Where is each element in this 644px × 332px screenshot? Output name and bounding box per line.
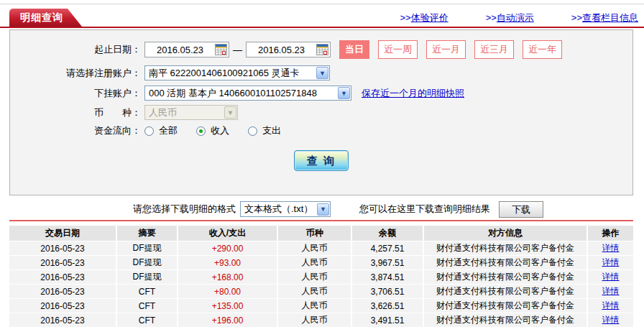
detail-link[interactable]: 详情 [602,300,620,312]
flow-option-label: 支出 [262,124,281,137]
chevron-down-icon: ▼ [224,106,236,119]
cell-amount: +290.00 [178,241,278,255]
date-range-row: 起止日期： 2016.05.23 — 2016.05.23 [10,40,632,59]
cell-summary: DF提现 [117,256,178,269]
flow-option-label: 收入 [211,124,229,137]
download-format-value: 文本格式（.txt） [244,203,314,216]
account-row: 请选择注册账户： 南平 6222001406100921065 灵通卡 ▼ [10,65,632,81]
cell-amount: +196.00 [178,313,278,327]
header-cell-summary: 摘要 [117,226,178,241]
currency-label: 币 种： [10,106,141,119]
start-date-input[interactable]: 2016.05.23 [144,42,229,57]
currency-select: 人民币 ▼ [144,105,238,120]
cell-action: 详情 [588,299,633,313]
quick-range-buttons: 当日近一周近一月近三月近一年 [331,40,562,59]
table-row: 2016-05-23CFT+135.00人民币3,626.51财付通支付科技有限… [9,299,633,313]
cell-balance: 3,491.51 [352,313,424,327]
table-row: 2016-05-23CFT+80.00人民币3,706.51财付通支付科技有限公… [9,285,633,299]
sub-account-label: 下挂账户： [10,87,141,100]
download-row: 请您选择下载明细的格式 文本格式（.txt） ▼ 您可以在这里下载查询明细结果 … [0,200,644,218]
table-header-row: 交易日期摘要收入/支出币种余额对方信息操作 [9,226,633,241]
top-link-2[interactable]: >>自动演示 [486,11,534,24]
flow-option[interactable]: 收入 [196,124,229,137]
cell-action: 详情 [588,313,633,327]
table-row: 2016-05-23DF提现+93.00人民币3,967.51财付通支付科技有限… [9,256,633,270]
top-links: >>体验评价>>自动演示>>查看栏目信息 [400,11,638,24]
detail-link[interactable]: 详情 [602,242,620,254]
flow-option[interactable]: 支出 [248,124,281,137]
header-cell-counterparty: 对方信息 [424,226,588,241]
cell-action: 详情 [588,256,633,269]
cell-summary: DF提现 [117,241,178,255]
quick-range-button[interactable]: 近一月 [426,40,466,59]
cell-summary: CFT [117,313,178,327]
quick-range-button[interactable]: 近一年 [523,40,562,59]
currency-row: 币 种： 人民币 ▼ [10,104,632,121]
transactions-table: 交易日期摘要收入/支出币种余额对方信息操作 2016-05-23DF提现+290… [9,226,633,328]
cell-action: 详情 [588,241,633,255]
download-button[interactable]: 下载 [499,201,543,218]
cell-date: 2016-05-23 [9,256,117,269]
query-button[interactable]: 查 询 [294,150,349,171]
cell-counterparty: 财付通支付科技有限公司客户备付金 [424,299,588,313]
cell-summary: CFT [117,285,178,298]
quick-range-button[interactable]: 当日 [339,40,369,59]
end-date-input[interactable]: 2016.05.23 [246,42,331,57]
cell-currency: 人民币 [278,270,352,284]
detail-link[interactable]: 详情 [602,314,620,326]
cell-counterparty: 财付通支付科技有限公司客户备付金 [424,285,588,298]
header-cell-currency: 币种 [278,226,352,241]
header-cell-action: 操作 [588,226,633,241]
download-format-select[interactable]: 文本格式（.txt） ▼ [240,201,331,217]
cell-date: 2016-05-23 [9,270,117,284]
table-row: 2016-05-23DF提现+290.00人民币4,257.51财付通支付科技有… [9,241,633,256]
query-form-panel: 起止日期： 2016.05.23 — 2016.05.23 [9,29,633,195]
cell-amount: +168.00 [178,270,278,284]
cell-summary: DF提现 [117,270,178,284]
cell-balance: 3,967.51 [352,256,424,269]
page-title-tab: 明细查询 [9,9,82,27]
top-link-3[interactable]: >>查看栏目信息 [571,11,638,24]
header-cell-balance: 余额 [352,226,424,241]
cell-counterparty: 财付通支付科技有限公司客户备付金 [424,270,588,284]
cell-date: 2016-05-23 [9,299,117,313]
end-date-value: 2016.05.23 [247,45,316,55]
chevron-down-icon: ▼ [338,87,350,99]
flow-option-label: 全部 [159,124,178,137]
detail-link[interactable]: 详情 [602,257,620,269]
detail-query-page: 明细查询 >>体验评价>>自动演示>>查看栏目信息 起止日期： 2016.05.… [0,0,644,332]
cell-counterparty: 财付通支付科技有限公司客户备付金 [424,313,588,327]
calendar-icon[interactable] [215,44,227,55]
cell-amount: +135.00 [178,299,278,313]
start-date-value: 2016.05.23 [145,45,215,55]
date-separator: — [233,45,242,55]
cell-action: 详情 [588,270,633,284]
detail-link[interactable]: 详情 [602,271,620,283]
header-cell-date: 交易日期 [9,226,117,241]
quick-range-button[interactable]: 近三月 [474,40,514,59]
top-link-1[interactable]: >>体验评价 [400,11,448,24]
quick-range-button[interactable]: 近一周 [378,40,418,59]
account-select[interactable]: 南平 6222001406100921065 灵通卡 ▼ [144,65,330,80]
cell-currency: 人民币 [278,241,352,255]
cell-currency: 人民币 [278,313,352,327]
cell-amount: +80.00 [178,285,278,298]
calendar-icon[interactable] [316,44,328,55]
detail-link[interactable]: 详情 [602,285,620,298]
sub-account-select[interactable]: 000 活期 基本户 1406600101102571848 ▼ [144,86,351,101]
page-title: 明细查询 [20,11,63,23]
title-underline [0,27,644,28]
flow-row: 资金流向： 全部收入支出 [10,124,632,137]
cell-balance: 3,874.51 [352,270,424,284]
flow-option[interactable]: 全部 [144,124,178,137]
currency-select-value: 人民币 [149,106,221,119]
save-snapshot-link[interactable]: 保存近一个月的明细快照 [362,87,464,100]
download-hint: 您可以在这里下载查询明细结果 [359,203,490,216]
radio-icon [248,126,257,136]
header-cell-amount: 收入/支出 [178,226,278,241]
table-top-line [9,220,633,221]
chevron-down-icon: ▼ [316,67,328,79]
sub-account-select-value: 000 活期 基本户 1406600101102571848 [149,87,335,100]
top-divider [0,4,644,4]
account-select-value: 南平 6222001406100921065 灵通卡 [149,67,313,80]
